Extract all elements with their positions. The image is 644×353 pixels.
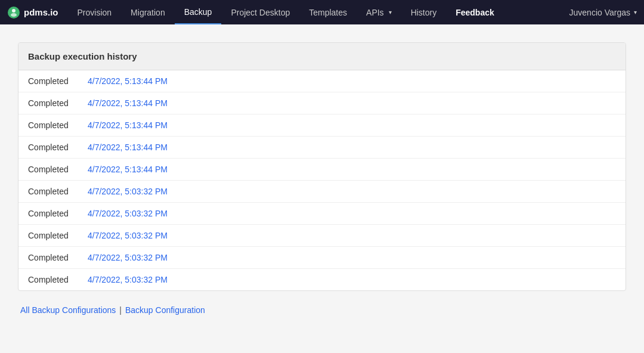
table-row: Completed4/7/2022, 5:13:44 PM: [18, 159, 626, 181]
row-timestamp[interactable]: 4/7/2022, 5:13:44 PM: [88, 165, 168, 174]
table-title: Backup execution history: [18, 43, 626, 70]
table-row: Completed4/7/2022, 5:03:32 PM: [18, 225, 626, 247]
row-timestamp[interactable]: 4/7/2022, 5:13:44 PM: [88, 120, 168, 130]
nav-item-feedback[interactable]: Feedback: [446, 0, 504, 24]
user-name: Juvencio Vargas: [569, 8, 630, 17]
logo-text: pdms.io: [24, 7, 58, 17]
row-timestamp[interactable]: 4/7/2022, 5:03:32 PM: [88, 187, 168, 196]
page-footer: © 2022 WACG Inc.: [0, 332, 644, 353]
user-menu-chevron: ▾: [634, 9, 637, 16]
nav-item-history[interactable]: History: [401, 0, 447, 24]
row-status: Completed: [28, 231, 76, 240]
row-status: Completed: [28, 76, 76, 86]
table-row: Completed4/7/2022, 5:03:32 PM: [18, 203, 626, 225]
row-status: Completed: [28, 253, 76, 262]
row-timestamp[interactable]: 4/7/2022, 5:03:32 PM: [88, 231, 168, 240]
table-row: Completed4/7/2022, 5:13:44 PM: [18, 92, 626, 114]
nav-item-migration[interactable]: Migration: [121, 0, 175, 24]
main-content: Backup execution history Completed4/7/20…: [0, 24, 644, 332]
svg-point-1: [12, 9, 16, 13]
footer-links: All Backup Configurations | Backup Confi…: [18, 301, 626, 320]
user-menu[interactable]: Juvencio Vargas ▾: [569, 8, 637, 17]
row-timestamp[interactable]: 4/7/2022, 5:03:32 PM: [88, 253, 168, 262]
table-row: Completed4/7/2022, 5:03:32 PM: [18, 247, 626, 269]
backup-history-table: Backup execution history Completed4/7/20…: [18, 42, 626, 291]
nav-item-templates[interactable]: Templates: [299, 0, 357, 24]
nav-item-project-desktop[interactable]: Project Desktop: [221, 0, 299, 24]
navigation: pdms.io Provision Migration Backup Proje…: [0, 0, 644, 24]
nav-item-provision[interactable]: Provision: [68, 0, 122, 24]
logo[interactable]: pdms.io: [7, 6, 58, 19]
all-backup-configurations-link[interactable]: All Backup Configurations: [20, 305, 116, 315]
row-timestamp[interactable]: 4/7/2022, 5:13:44 PM: [88, 143, 168, 152]
nav-item-apis[interactable]: APIs ▾: [357, 0, 401, 24]
table-row: Completed4/7/2022, 5:03:32 PM: [18, 181, 626, 203]
table-row: Completed4/7/2022, 5:13:44 PM: [18, 114, 626, 137]
nav-items: Provision Migration Backup Project Deskt…: [68, 0, 569, 24]
table-rows: Completed4/7/2022, 5:13:44 PMCompleted4/…: [18, 70, 626, 290]
table-row: Completed4/7/2022, 5:13:44 PM: [18, 70, 626, 92]
nav-item-backup[interactable]: Backup: [175, 0, 222, 24]
table-row: Completed4/7/2022, 5:03:32 PM: [18, 269, 626, 290]
apis-dropdown-arrow: ▾: [389, 9, 392, 16]
row-timestamp[interactable]: 4/7/2022, 5:03:32 PM: [88, 209, 168, 218]
row-timestamp[interactable]: 4/7/2022, 5:13:44 PM: [88, 76, 168, 86]
row-status: Completed: [28, 165, 76, 174]
logo-icon: [7, 6, 20, 19]
table-row: Completed4/7/2022, 5:13:44 PM: [18, 137, 626, 159]
row-status: Completed: [28, 120, 76, 130]
backup-configuration-link[interactable]: Backup Configuration: [125, 305, 205, 315]
row-status: Completed: [28, 187, 76, 196]
row-timestamp[interactable]: 4/7/2022, 5:03:32 PM: [88, 275, 168, 284]
link-separator: |: [119, 305, 122, 315]
row-status: Completed: [28, 275, 76, 284]
row-status: Completed: [28, 143, 76, 152]
row-timestamp[interactable]: 4/7/2022, 5:13:44 PM: [88, 98, 168, 108]
row-status: Completed: [28, 209, 76, 218]
svg-point-2: [11, 13, 17, 17]
row-status: Completed: [28, 98, 76, 108]
